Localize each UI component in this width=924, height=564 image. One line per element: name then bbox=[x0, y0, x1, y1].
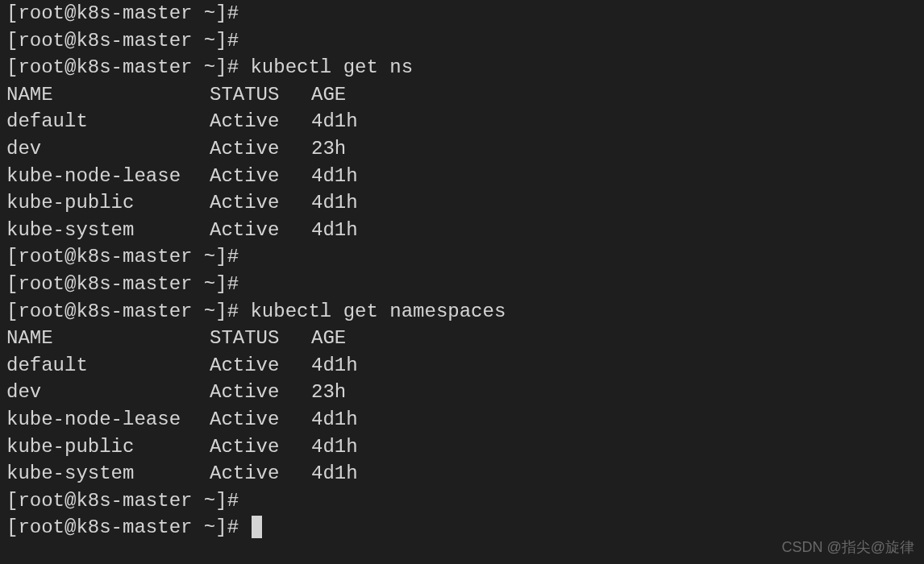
ns-name: default bbox=[6, 352, 210, 379]
header-status: STATUS bbox=[210, 81, 311, 109]
command-line[interactable]: [root@k8s-master ~]# kubectl get ns bbox=[6, 54, 918, 81]
command-text: kubectl get ns bbox=[250, 56, 413, 78]
cursor-icon bbox=[252, 516, 262, 538]
ns-age: 4d1h bbox=[311, 352, 358, 379]
table-row: defaultActive4d1h bbox=[6, 108, 918, 135]
ns-name: kube-node-lease bbox=[6, 163, 210, 190]
ns-name: kube-system bbox=[6, 217, 210, 244]
prompt-text: [root@k8s-master ~]# bbox=[6, 490, 239, 512]
ns-age: 4d1h bbox=[311, 406, 358, 433]
prompt-text: [root@k8s-master ~]# bbox=[6, 301, 239, 322]
table-row: kube-publicActive4d1h bbox=[6, 189, 918, 217]
ns-age: 4d1h bbox=[311, 163, 358, 190]
table-row: defaultActive4d1h bbox=[6, 352, 918, 379]
table-row: kube-node-leaseActive4d1h bbox=[6, 163, 918, 190]
ns-name: kube-public bbox=[6, 433, 210, 461]
table-header-row: NAMESTATUSAGE bbox=[6, 325, 918, 352]
ns-name: dev bbox=[6, 379, 210, 406]
ns-age: 4d1h bbox=[311, 217, 358, 244]
ns-age: 4d1h bbox=[311, 108, 358, 135]
ns-name: kube-public bbox=[6, 189, 210, 217]
ns-status: Active bbox=[210, 460, 311, 487]
prompt-line-empty: [root@k8s-master ~]# bbox=[6, 27, 918, 55]
ns-age: 23h bbox=[311, 135, 346, 163]
header-age: AGE bbox=[311, 325, 346, 352]
ns-name: dev bbox=[6, 135, 210, 163]
table-row: kube-publicActive4d1h bbox=[6, 433, 918, 461]
ns-status: Active bbox=[210, 352, 311, 379]
ns-age: 4d1h bbox=[311, 460, 358, 487]
prompt-line-empty: [root@k8s-master ~]# bbox=[6, 487, 918, 515]
header-name: NAME bbox=[6, 81, 210, 109]
ns-name: default bbox=[6, 108, 210, 135]
ns-status: Active bbox=[210, 135, 311, 163]
header-status: STATUS bbox=[210, 325, 311, 352]
table-row: kube-systemActive4d1h bbox=[6, 217, 918, 244]
ns-age: 4d1h bbox=[311, 433, 358, 461]
prompt-line-empty: [root@k8s-master ~]# bbox=[6, 243, 918, 271]
ns-status: Active bbox=[210, 433, 311, 461]
prompt-text: [root@k8s-master ~]# bbox=[6, 2, 239, 24]
ns-age: 4d1h bbox=[311, 189, 358, 217]
table-row: devActive23h bbox=[6, 379, 918, 406]
table-row: devActive23h bbox=[6, 135, 918, 163]
ns-status: Active bbox=[210, 379, 311, 406]
ns-age: 23h bbox=[311, 379, 346, 406]
header-name: NAME bbox=[6, 325, 210, 352]
prompt-text: [root@k8s-master ~]# bbox=[6, 273, 239, 295]
command-line[interactable]: [root@k8s-master ~]# kubectl get namespa… bbox=[6, 298, 918, 326]
command-text: kubectl get namespaces bbox=[250, 301, 506, 322]
table-row: kube-node-leaseActive4d1h bbox=[6, 406, 918, 433]
ns-name: kube-node-lease bbox=[6, 406, 210, 433]
ns-status: Active bbox=[210, 163, 311, 190]
ns-name: kube-system bbox=[6, 460, 210, 487]
prompt-text: [root@k8s-master ~]# bbox=[6, 56, 239, 78]
prompt-line-partial: [root@k8s-master ~]# bbox=[6, 0, 918, 27]
table-header-row: NAMESTATUSAGE bbox=[6, 81, 918, 109]
prompt-line-empty: [root@k8s-master ~]# bbox=[6, 271, 918, 298]
prompt-text: [root@k8s-master ~]# bbox=[6, 30, 239, 52]
prompt-text: [root@k8s-master ~]# bbox=[6, 516, 239, 538]
watermark-text: CSDN @指尖@旋律 bbox=[781, 537, 914, 558]
header-age: AGE bbox=[311, 81, 346, 109]
ns-status: Active bbox=[210, 217, 311, 244]
prompt-text: [root@k8s-master ~]# bbox=[6, 246, 239, 267]
table-row: kube-systemActive4d1h bbox=[6, 460, 918, 487]
ns-status: Active bbox=[210, 189, 311, 217]
ns-status: Active bbox=[210, 108, 311, 135]
ns-status: Active bbox=[210, 406, 311, 433]
